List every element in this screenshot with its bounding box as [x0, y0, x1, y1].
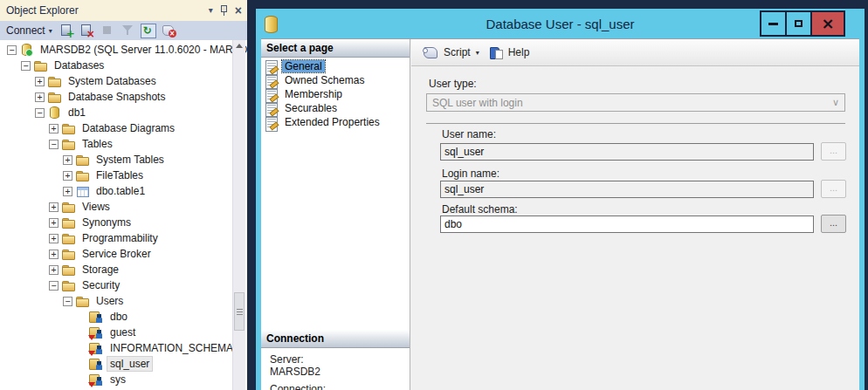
tree-item-system-tables[interactable]: +System Tables [0, 152, 247, 168]
tree-item-label: guest [107, 325, 138, 339]
pin-icon[interactable] [220, 5, 228, 17]
user-name-browse-button: ... [821, 142, 846, 161]
tree-item-database-diagrams[interactable]: +Database Diagrams [0, 120, 247, 136]
page-item-extended-properties[interactable]: Extended Properties [261, 115, 410, 129]
collapse-toggle-icon[interactable]: − [63, 297, 72, 306]
connection-header: Connection [261, 330, 410, 348]
dialog-toolbar: Script ▾ Help [411, 39, 859, 66]
user-type-combo[interactable]: SQL user with login ∨ [426, 93, 845, 112]
tree-item-information-schema[interactable]: INFORMATION_SCHEMA [0, 340, 247, 356]
collapse-toggle-icon[interactable]: − [35, 108, 45, 118]
page-item-label: Membership [282, 88, 345, 100]
page-icon [265, 60, 279, 73]
refresh-icon[interactable] [141, 24, 156, 38]
expand-toggle-icon[interactable]: + [49, 265, 59, 275]
page-item-securables[interactable]: Securables [261, 101, 410, 115]
tree-item-label: dbo [107, 310, 130, 324]
connect-button[interactable]: Connect ▾ [3, 24, 55, 37]
tree-item-synonyms[interactable]: +Synonyms [0, 215, 247, 230]
expand-toggle-icon[interactable]: + [63, 155, 72, 165]
collapse-toggle-icon[interactable]: − [7, 45, 17, 55]
page-item-label: Securables [282, 102, 340, 114]
tree-item-sql-user[interactable]: sql_user [0, 356, 247, 372]
tree-item-users[interactable]: −Users [0, 293, 247, 309]
tree-item-programmability[interactable]: +Programmability [0, 230, 247, 246]
default-schema-label: Default schema: [442, 203, 518, 216]
page-item-general[interactable]: General [261, 59, 410, 73]
window-position-menu-icon[interactable]: ▾ [209, 6, 213, 15]
login-name-label: Login name: [442, 168, 499, 180]
tree-item-label: Database Diagrams [79, 121, 177, 135]
collapse-toggle-icon[interactable]: − [49, 281, 59, 291]
tree-item-dbo[interactable]: dbo [0, 309, 247, 325]
tree-item-filetables[interactable]: +FileTables [0, 168, 247, 183]
disabled-badge-icon [88, 335, 95, 340]
help-label: Help [508, 46, 530, 58]
expand-toggle-icon[interactable]: + [35, 92, 45, 102]
user-name-label: User name: [442, 128, 496, 140]
tree-item-label: Databases [52, 58, 107, 72]
default-schema-field[interactable] [440, 216, 814, 233]
page-item-label: Extended Properties [282, 116, 382, 128]
page-item-owned-schemas[interactable]: Owned Schemas [261, 73, 410, 87]
scroll-up-icon[interactable] [236, 44, 243, 48]
connect-server-icon[interactable] [60, 24, 75, 38]
expand-toggle-icon[interactable]: + [49, 250, 59, 259]
folder-icon [75, 153, 90, 167]
user-name-field[interactable] [440, 143, 814, 161]
expand-toggle-icon[interactable]: + [35, 77, 45, 86]
expand-toggle-icon[interactable]: + [49, 202, 59, 212]
expand-toggle-icon[interactable]: + [63, 187, 72, 196]
tree-item-databases[interactable]: −Databases [0, 58, 247, 73]
collapse-toggle-icon[interactable]: − [21, 61, 31, 71]
folder-icon [47, 74, 62, 88]
tree-item-views[interactable]: +Views [0, 199, 247, 215]
expand-toggle-icon[interactable]: + [49, 124, 59, 133]
close-icon[interactable]: × [235, 5, 242, 16]
expand-toggle-icon[interactable]: + [49, 234, 59, 243]
tree-item-label: System Tables [93, 153, 167, 167]
indent-spacer [77, 328, 86, 338]
stop-icon [100, 24, 115, 38]
tree-item-sys[interactable]: sys [0, 372, 247, 387]
scrollbar-thumb[interactable] [234, 292, 245, 331]
tree-item-security[interactable]: −Security [0, 277, 247, 293]
login-name-field[interactable] [440, 181, 814, 198]
indent-spacer [77, 375, 86, 385]
user-icon [89, 357, 104, 371]
tree-item-database-snapshots[interactable]: +Database Snapshots [0, 89, 247, 105]
object-explorer-panel: Object Explorer ▾ × Connect ▾ −MARSDB2 (… [0, 0, 247, 390]
tree-item-label: Tables [79, 137, 115, 151]
page-list: GeneralOwned SchemasMembershipSecurables… [261, 58, 410, 129]
expand-toggle-icon[interactable]: + [49, 218, 59, 228]
disconnect-server-icon[interactable] [80, 24, 95, 38]
default-schema-browse-button[interactable]: ... [821, 215, 846, 233]
tree-item-dbo-table1[interactable]: +dbo.table1 [0, 183, 247, 199]
tree-item-service-broker[interactable]: +Service Broker [0, 246, 247, 262]
tree-item-label: Database Snapshots [65, 90, 168, 104]
tree-item-storage[interactable]: +Storage [0, 262, 247, 277]
expand-toggle-icon[interactable]: + [63, 171, 72, 181]
dialog-body: Select a page GeneralOwned SchemasMember… [261, 38, 859, 390]
filter-icon[interactable] [121, 24, 135, 38]
folder-icon [75, 294, 90, 308]
object-explorer-titlebar: Object Explorer ▾ × [0, 0, 247, 21]
maximize-button[interactable] [785, 12, 810, 35]
tree-item-guest[interactable]: guest [0, 325, 247, 340]
close-button[interactable] [810, 12, 844, 35]
folder-icon [33, 58, 48, 72]
minimize-button[interactable] [761, 12, 785, 35]
dialog-titlebar[interactable]: Database User - sql_user [256, 9, 865, 38]
tree-scrollbar[interactable] [232, 40, 245, 390]
separator [426, 123, 845, 124]
tree-item-marsdb2-sql-server-11-0-6020-marsd[interactable]: −MARSDB2 (SQL Server 11.0.6020 - MARSD [0, 42, 247, 58]
script-button[interactable]: Script [420, 44, 474, 61]
help-button[interactable]: Help [486, 44, 534, 62]
page-item-membership[interactable]: Membership [261, 87, 410, 101]
script-dropdown-icon[interactable]: ▾ [476, 49, 479, 57]
tree-item-db1[interactable]: −db1 [0, 105, 247, 120]
tree-item-system-databases[interactable]: +System Databases [0, 73, 247, 89]
indent-spacer [77, 359, 86, 369]
collapse-toggle-icon[interactable]: − [49, 140, 59, 149]
tree-item-tables[interactable]: −Tables [0, 136, 247, 152]
